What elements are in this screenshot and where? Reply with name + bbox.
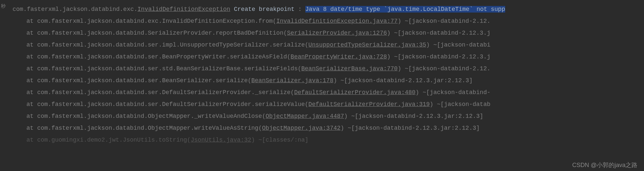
stacktrace-suffix: ) ~[jackson-databind-2.12.3.j [387, 53, 490, 60]
source-link[interactable]: ObjectMapper.java:3742 [262, 125, 341, 131]
source-link[interactable]: DefaultSerializerProvider.java:319 [308, 101, 430, 108]
stacktrace-line: at com.fasterxml.jackson.databind.exc.In… [0, 15, 644, 27]
stacktrace-at: at com.fasterxml.jackson.databind.ser.De… [26, 89, 294, 96]
source-link[interactable]: SerializerProvider.java:1276 [287, 30, 387, 36]
stacktrace-at: at com.fasterxml.jackson.databind.Serial… [26, 30, 287, 36]
stacktrace-suffix: ) ~[jackson-databind-2.12. [398, 65, 490, 72]
stacktrace-line: at com.fasterxml.jackson.databind.ser.De… [0, 86, 644, 98]
source-link[interactable]: ObjectMapper.java:4487 [266, 113, 344, 120]
console-output: com.fasterxml.jackson.databind.exc.Inval… [0, 0, 644, 146]
stacktrace-at: at com.fasterxml.jackson.databind.ser.Be… [26, 53, 290, 60]
source-link[interactable]: BeanPropertyWriter.java:728 [290, 53, 387, 60]
stacktrace-suffix: ) ~[jackson-databind-2.12.3.jar:2.12.3] [344, 113, 483, 120]
watermark: CSDN @小郭的java之路 [572, 161, 637, 169]
stacktrace-line: at com.fasterxml.jackson.databind.ser.Be… [0, 51, 644, 63]
source-link[interactable]: UnsupportedTypeSerializer.java:35 [308, 42, 426, 48]
stacktrace-line: at com.fasterxml.jackson.databind.ser.im… [0, 39, 644, 51]
source-link[interactable]: BeanSerializer.java:178 [251, 77, 333, 84]
stacktrace-line: at com.fasterxml.jackson.databind.ser.Be… [0, 75, 644, 86]
stacktrace-at: at com.guomingxi.demo2.jwt.JsonUtils.toS… [26, 137, 191, 143]
stacktrace-at: at com.fasterxml.jackson.databind.Object… [26, 113, 266, 120]
stacktrace-at: at com.fasterxml.jackson.databind.ser.st… [26, 65, 301, 72]
stacktrace-at: at com.fasterxml.jackson.databind.ser.De… [26, 101, 308, 108]
create-breakpoint-link[interactable]: Create breakpoint [234, 6, 295, 13]
stacktrace-suffix: ) ~[jackson-databind-2.12.3.j [387, 30, 490, 36]
stacktrace-suffix: ) ~[jackson-databi [426, 42, 490, 48]
stacktrace-suffix: ) ~[jackson-databind- [415, 89, 490, 96]
source-link[interactable]: BeanSerializerBase.java:770 [301, 65, 398, 72]
stacktrace-line: at com.fasterxml.jackson.databind.Object… [0, 122, 644, 134]
stacktrace-at: at com.fasterxml.jackson.databind.ser.Be… [26, 77, 251, 84]
stacktrace-exception-line: com.fasterxml.jackson.databind.exc.Inval… [0, 3, 644, 15]
exception-class-link[interactable]: InvalidDefinitionException [137, 6, 230, 13]
stacktrace-suffix: ) ~[jackson-databind-2.12.3.jar:2.12.3] [333, 77, 473, 84]
stacktrace-suffix: ) ~[jackson-databind-2.12. [398, 18, 490, 24]
stacktrace-at: at com.fasterxml.jackson.databind.Object… [26, 125, 262, 131]
stacktrace-line: at com.fasterxml.jackson.databind.ser.De… [0, 98, 644, 110]
exception-message-highlight[interactable]: Java 8 date/time type `java.time.LocalDa… [305, 6, 505, 13]
stacktrace-suffix: ) ~[classes/:na] [251, 137, 309, 143]
stacktrace-at: at com.fasterxml.jackson.databind.exc.In… [26, 18, 276, 24]
exception-prefix: com.fasterxml.jackson.databind.exc. [13, 6, 137, 13]
stacktrace-suffix: ) ~[jackson-databind-2.12.3.jar:2.12.3] [341, 125, 480, 131]
source-link[interactable]: InvalidDefinitionException.java:77 [276, 18, 398, 24]
source-link[interactable]: JsonUtils.java:32 [191, 137, 251, 143]
stacktrace-line: at com.guomingxi.demo2.jwt.JsonUtils.toS… [0, 134, 644, 146]
stacktrace-line: at com.fasterxml.jackson.databind.ser.st… [0, 63, 644, 75]
stacktrace-line: at com.fasterxml.jackson.databind.Serial… [0, 27, 644, 39]
stacktrace-line: at com.fasterxml.jackson.databind.Object… [0, 110, 644, 122]
source-link[interactable]: DefaultSerializerProvider.java:480 [294, 89, 415, 96]
colon: : [294, 6, 305, 13]
stacktrace-suffix: ) ~[jackson-datab [430, 101, 491, 108]
stacktrace-at: at com.fasterxml.jackson.databind.ser.im… [26, 42, 308, 48]
